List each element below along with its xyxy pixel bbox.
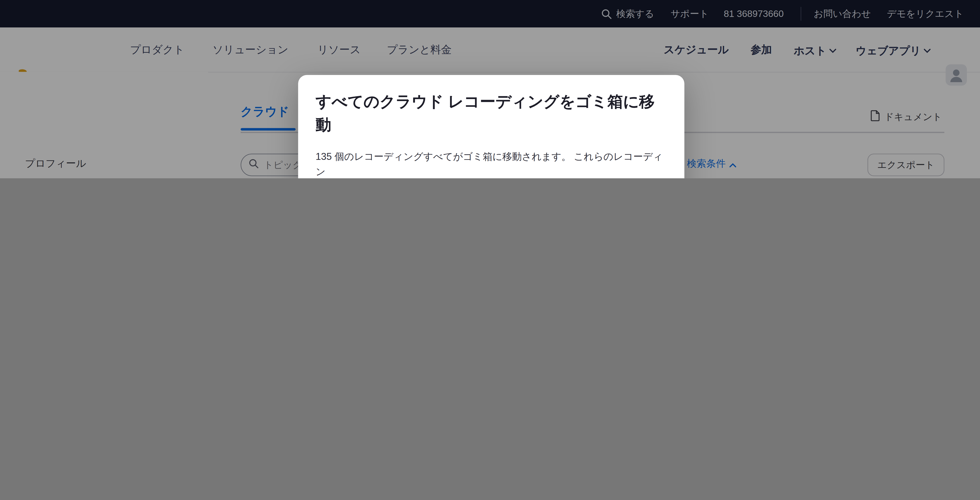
page: 検索する サポート 81 368973660 お問い合わせ デモをリクエスト T… <box>0 0 980 178</box>
move-to-trash-dialog: すべてのクラウド レコーディングをゴミ箱に移 動 135 個のレコーディングすべ… <box>298 75 684 178</box>
dialog-title: すべてのクラウド レコーディングをゴミ箱に移 動 <box>316 90 669 136</box>
dialog-body-text: 135 個のレコーディングすべてがゴミ箱に移動されます。 これらのレコーディン … <box>316 149 669 178</box>
